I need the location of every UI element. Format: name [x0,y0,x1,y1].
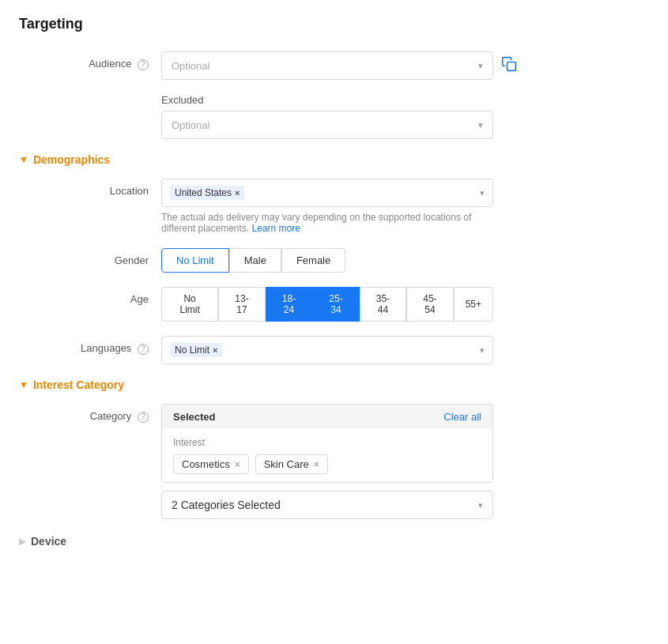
audience-label: Audience ? [19,51,161,70]
excluded-dropdown[interactable]: Optional ▾ [161,111,493,139]
location-control: United States × ▾ The actual ads deliver… [161,179,493,234]
location-tag: United States × [170,186,244,200]
audience-select[interactable]: Optional ▾ [161,51,493,80]
location-label: Location [19,179,161,197]
gender-control: No Limit Male Female [161,248,493,273]
gender-no-limit-button[interactable]: No Limit [161,248,229,273]
location-tag-remove[interactable]: × [235,188,240,198]
languages-help-icon[interactable]: ? [138,344,149,355]
device-title: Device [31,535,66,548]
languages-dropdown[interactable]: No Limit × ▾ [161,336,493,364]
category-control: Selected Clear all Interest Cosmetics × … [161,404,493,519]
age-control: No Limit 13-17 18-24 25-34 35-44 45-54 5… [161,287,493,322]
device-section-header[interactable]: ▶ Device [19,535,649,548]
age-55-plus-button[interactable]: 55+ [454,287,493,322]
gender-label: Gender [19,248,161,266]
category-box: Selected Clear all Interest Cosmetics × … [161,404,493,483]
gender-row: Gender No Limit Male Female [19,248,649,273]
page-title: Targeting [19,16,649,32]
age-25-34-button[interactable]: 25-34 [312,287,359,322]
age-13-17-button[interactable]: 13-17 [218,287,265,322]
categories-dropdown[interactable]: 2 Categories Selected ▾ [161,491,493,519]
gender-options: No Limit Male Female [161,248,493,273]
excluded-chevron-icon: ▾ [478,120,483,130]
languages-row: Languages ? No Limit × ▾ [19,336,649,364]
audience-help-icon[interactable]: ? [138,59,149,70]
location-chevron-icon: ▾ [480,188,485,198]
categories-dropdown-label: 2 Categories Selected [172,499,281,511]
languages-tag: No Limit × [170,343,222,357]
languages-label: Languages ? [19,336,161,355]
languages-tag-text: No Limit [175,345,209,356]
languages-tag-remove[interactable]: × [213,345,217,355]
age-row: Age No Limit 13-17 18-24 25-34 35-44 45-… [19,287,649,322]
languages-chevron-icon: ▾ [480,345,485,356]
location-tag-text: United States [175,187,232,198]
excluded-placeholder: Optional [172,119,209,131]
audience-placeholder: Optional [172,60,209,72]
category-content: Interest Cosmetics × Skin Care × [162,429,493,482]
interest-category-arrow-icon: ▼ [19,379,28,390]
age-no-limit-button[interactable]: No Limit [161,287,218,322]
cosmetics-tag-text: Cosmetics [182,458,230,470]
gender-male-button[interactable]: Male [229,248,281,273]
copy-icon[interactable] [501,51,517,76]
skincare-tag-remove[interactable]: × [314,459,319,470]
clear-all-button[interactable]: Clear all [443,411,481,423]
audience-dropdown[interactable]: Optional ▾ [161,51,493,80]
age-label: Age [19,287,161,305]
interest-category-title: Interest Category [33,378,124,391]
age-45-54-button[interactable]: 45-54 [406,287,453,322]
gender-female-button[interactable]: Female [281,248,345,273]
location-row: Location United States × ▾ The actual ad… [19,179,649,234]
categories-chevron-icon: ▾ [478,500,483,510]
skincare-tag: Skin Care × [255,454,328,474]
interest-tags: Cosmetics × Skin Care × [173,454,481,474]
languages-control: No Limit × ▾ [161,336,493,364]
device-section: ▶ Device [19,535,649,548]
demographics-arrow-icon: ▼ [19,154,28,165]
age-35-44-button[interactable]: 35-44 [360,287,406,322]
audience-chevron-icon: ▾ [478,61,483,71]
category-label: Category ? [19,404,161,423]
category-selected-header: Selected Clear all [162,405,493,429]
cosmetics-tag-remove[interactable]: × [235,459,240,470]
demographics-section-header[interactable]: ▼ Demographics [19,153,649,166]
category-row: Category ? Selected Clear all Interest C… [19,404,649,519]
interest-sublabel: Interest [173,437,481,448]
skincare-tag-text: Skin Care [264,458,309,470]
categories-dropdown-control: 2 Categories Selected ▾ [161,491,493,519]
category-selected-label: Selected [173,411,215,423]
device-arrow-icon: ▶ [19,536,26,547]
age-options: No Limit 13-17 18-24 25-34 35-44 45-54 5… [161,287,493,322]
svg-rect-0 [508,62,516,71]
excluded-label: Excluded [161,94,649,106]
audience-row: Audience ? Optional ▾ [19,51,649,80]
interest-category-section-header[interactable]: ▼ Interest Category [19,378,649,391]
demographics-title: Demographics [33,153,110,166]
age-18-24-button[interactable]: 18-24 [266,287,312,322]
category-help-icon[interactable]: ? [138,412,149,423]
learn-more-link[interactable]: Learn more [252,223,300,234]
excluded-section: Excluded Optional ▾ [19,94,649,139]
location-dropdown[interactable]: United States × ▾ [161,179,493,207]
location-hint: The actual ads delivery may vary dependi… [161,212,493,234]
cosmetics-tag: Cosmetics × [173,454,249,474]
